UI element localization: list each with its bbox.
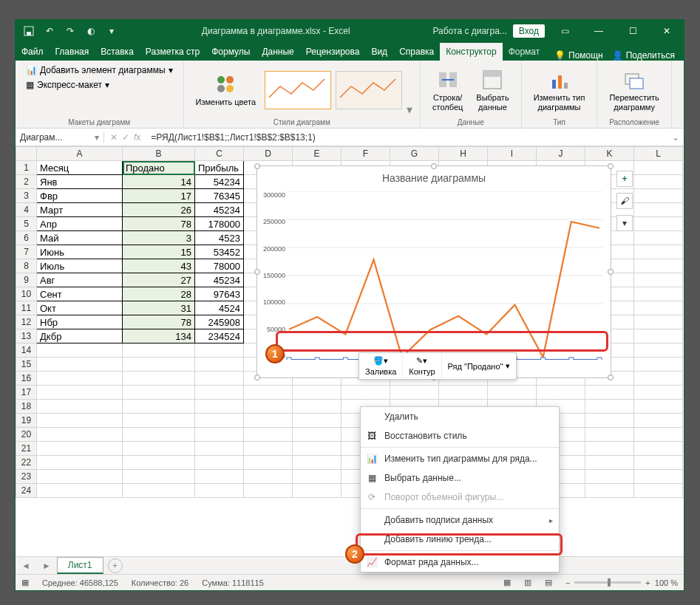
save-icon[interactable] xyxy=(23,25,35,37)
zoom-value[interactable]: 100 % xyxy=(655,578,678,587)
cell-A19[interactable] xyxy=(37,414,123,428)
cell-K20[interactable] xyxy=(585,428,634,442)
cell-C17[interactable] xyxy=(195,386,244,400)
cell-A12[interactable]: Нбр xyxy=(37,315,123,329)
chart-styles-icon[interactable]: 🖌 xyxy=(616,193,633,209)
cell-B18[interactable] xyxy=(123,400,195,414)
enter-formula-icon[interactable]: ✓ xyxy=(122,132,129,143)
cell-C12[interactable]: 245908 xyxy=(195,315,244,329)
series-profit[interactable] xyxy=(289,222,599,357)
cell-B24[interactable] xyxy=(123,484,195,498)
expand-fbar-icon[interactable]: ⌄ xyxy=(667,132,684,143)
select-data-button[interactable]: Выбрать данные xyxy=(472,66,513,114)
col-header-C[interactable]: C xyxy=(195,147,244,161)
row-header-14[interactable]: 14 xyxy=(16,343,37,358)
chart-style-2[interactable] xyxy=(336,71,402,109)
row-header-3[interactable]: 3 xyxy=(16,189,37,203)
cell-A24[interactable] xyxy=(37,484,123,498)
series-sold-marker[interactable] xyxy=(287,358,291,360)
cell-B14[interactable] xyxy=(123,343,195,358)
row-header-13[interactable]: 13 xyxy=(16,329,37,343)
cell-A10[interactable]: Сент xyxy=(37,287,123,301)
tab-formulas[interactable]: Формулы xyxy=(205,43,256,61)
ctx-add-labels[interactable]: Добавить подписи данных▸ xyxy=(361,510,559,530)
cell-C14[interactable] xyxy=(195,343,244,358)
cell-B17[interactable] xyxy=(123,386,195,400)
col-header-B[interactable]: B xyxy=(123,147,195,161)
row-header-21[interactable]: 21 xyxy=(16,442,37,456)
cell-D24[interactable] xyxy=(244,484,293,498)
row-header-23[interactable]: 23 xyxy=(16,470,37,484)
cell-D20[interactable] xyxy=(244,428,293,442)
col-header-L[interactable]: L xyxy=(634,147,683,161)
cell-E17[interactable] xyxy=(293,386,341,400)
row-header-6[interactable]: 6 xyxy=(16,231,37,245)
change-colors-button[interactable]: Изменить цвета xyxy=(191,71,260,109)
cell-C5[interactable]: 178000 xyxy=(195,217,244,231)
undo-icon[interactable]: ↶ xyxy=(44,25,55,37)
login-button[interactable]: Вход xyxy=(513,24,545,38)
tell-me[interactable]: 💡Помощн xyxy=(554,50,603,61)
cell-B23[interactable] xyxy=(123,470,195,484)
cell-B5[interactable]: 78 xyxy=(123,217,195,231)
sheet-tab[interactable]: Лист1 xyxy=(57,557,103,574)
cell-C11[interactable]: 4524 xyxy=(195,301,244,315)
cell-A20[interactable] xyxy=(37,428,123,442)
tab-layout[interactable]: Разметка стр xyxy=(140,43,205,61)
cell-A13[interactable]: Дкбр xyxy=(37,329,123,343)
camera-icon[interactable]: ◐ xyxy=(85,25,97,37)
row-header-18[interactable]: 18 xyxy=(16,400,37,414)
series-sold-marker[interactable] xyxy=(541,358,546,360)
ctx-reset-style[interactable]: 🖾Восстановить стиль xyxy=(361,426,559,445)
cell-A14[interactable] xyxy=(37,343,123,358)
cell-B12[interactable]: 78 xyxy=(123,315,195,329)
cell-I17[interactable] xyxy=(488,386,537,400)
chevron-down-icon[interactable]: ▾ xyxy=(95,132,99,143)
cell-B7[interactable]: 15 xyxy=(123,245,195,259)
fx-icon[interactable]: fx xyxy=(134,132,140,143)
row-header-12[interactable]: 12 xyxy=(16,315,37,329)
col-header-I[interactable]: I xyxy=(488,147,537,161)
cell-A9[interactable]: Авг xyxy=(37,273,123,287)
maximize-icon[interactable]: ☐ xyxy=(616,20,650,41)
col-header-H[interactable]: H xyxy=(439,147,488,161)
ctx-format-series[interactable]: 📈Формат ряда данных... xyxy=(361,553,559,572)
cell-A18[interactable] xyxy=(37,400,123,414)
cell-A2[interactable]: Янв xyxy=(37,175,123,189)
row-header-22[interactable]: 22 xyxy=(16,456,37,470)
move-chart-button[interactable]: Переместить диаграмму xyxy=(605,66,663,114)
cell-A4[interactable]: Март xyxy=(37,203,123,217)
cell-A21[interactable] xyxy=(37,442,123,456)
col-header-D[interactable]: D xyxy=(244,147,293,161)
cell-B21[interactable] xyxy=(123,442,195,456)
cell-C9[interactable]: 45234 xyxy=(195,273,244,287)
cell-A7[interactable]: Июнь xyxy=(37,245,123,259)
change-chart-type-button[interactable]: Изменить тип диаграммы xyxy=(529,66,590,114)
cell-B9[interactable]: 27 xyxy=(123,273,195,287)
cell-L14[interactable] xyxy=(634,343,683,358)
cell-L5[interactable] xyxy=(634,217,683,231)
cell-L12[interactable] xyxy=(634,315,683,329)
cell-J17[interactable] xyxy=(537,386,585,400)
tab-review[interactable]: Рецензирова xyxy=(300,43,366,61)
tab-design[interactable]: Конструктор xyxy=(440,43,502,61)
cell-A5[interactable]: Апр xyxy=(37,217,123,231)
view-page-icon[interactable]: ▥ xyxy=(524,578,531,587)
col-header-K[interactable]: K xyxy=(585,147,634,161)
series-sold-marker[interactable] xyxy=(315,358,319,360)
series-sold-marker[interactable] xyxy=(569,358,574,360)
cell-D17[interactable] xyxy=(244,386,293,400)
sheet-nav-next-icon[interactable]: ► xyxy=(36,561,57,571)
cell-D21[interactable] xyxy=(244,442,293,456)
cell-B19[interactable] xyxy=(123,414,195,428)
cell-L24[interactable] xyxy=(634,484,683,498)
cell-B16[interactable] xyxy=(123,372,195,386)
row-header-15[interactable]: 15 xyxy=(16,358,37,372)
cell-D18[interactable] xyxy=(244,400,293,414)
cell-C16[interactable] xyxy=(195,372,244,386)
view-break-icon[interactable]: ▤ xyxy=(545,578,552,587)
tab-format[interactable]: Формат xyxy=(503,43,546,61)
zoom-in-icon[interactable]: + xyxy=(645,578,650,587)
cell-C15[interactable] xyxy=(195,358,244,372)
worksheet-grid[interactable]: ABCDEFGHIJKL1МесяцПроданоПрибыль2Янв1454… xyxy=(16,146,684,556)
